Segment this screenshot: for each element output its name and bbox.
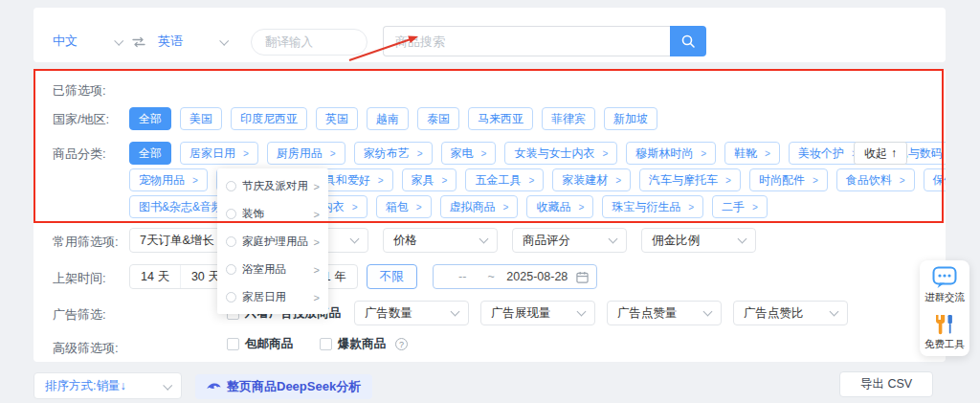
category-chip[interactable]: 鞋靴 bbox=[724, 142, 780, 165]
category-chip[interactable]: 珠宝与衍生品 bbox=[602, 195, 703, 218]
category-chip[interactable]: 女装与女士内衣 bbox=[504, 142, 617, 165]
collapse-label: 收起 bbox=[864, 146, 887, 162]
submenu-item[interactable]: 节庆及派对用品 > bbox=[217, 172, 328, 200]
category-chip[interactable]: 箱包 bbox=[376, 195, 432, 218]
filter-select[interactable]: 佣金比例 bbox=[641, 228, 756, 253]
radio-icon[interactable] bbox=[226, 181, 236, 191]
chat-bubble-icon bbox=[932, 266, 957, 289]
category-chip-row-1: 全部 居家日用厨房用品家纺布艺家电女装与女士内衣穆斯林时尚鞋靴美妆个护手机与数码… bbox=[129, 142, 932, 165]
country-chip[interactable]: 英国 bbox=[316, 107, 358, 130]
source-language-value: 中文 bbox=[53, 33, 78, 50]
join-group-chat-button[interactable]: 进群交流 bbox=[924, 266, 965, 304]
ads-metric-select[interactable]: 广告数量 bbox=[354, 301, 469, 325]
export-csv-button[interactable]: 导出 CSV bbox=[839, 371, 933, 397]
collapse-categories-button[interactable]: 收起 ↑ bbox=[854, 142, 907, 165]
chat-label: 进群交流 bbox=[924, 291, 965, 304]
filter-panel: 已筛选项: 国家/地区: 全部 美国印度尼西亚英国越南泰国马来西亚菲律宾新加坡 … bbox=[33, 69, 946, 362]
chevron-down-icon bbox=[163, 380, 172, 390]
category-chip[interactable]: 虚拟商品 bbox=[440, 195, 519, 218]
calendar-icon bbox=[576, 271, 589, 283]
country-chip-all[interactable]: 全部 bbox=[129, 107, 171, 130]
source-language-select[interactable]: 中文 bbox=[53, 27, 122, 56]
category-chip[interactable]: 保健 bbox=[924, 168, 946, 191]
free-tools-button[interactable]: 免费工具 bbox=[924, 313, 965, 351]
ads-metric-select[interactable]: 广告点赞比 bbox=[733, 301, 848, 325]
submenu-item[interactable]: 家居收纳 > bbox=[217, 311, 328, 314]
question-circle-icon[interactable]: ? bbox=[395, 338, 408, 350]
deepseek-button-label: 整页商品DeepSeek分析 bbox=[227, 378, 361, 395]
country-chip[interactable]: 新加坡 bbox=[604, 107, 657, 130]
date-end-value: 2025-08-28 bbox=[499, 270, 576, 283]
chevron-down-icon bbox=[577, 306, 587, 316]
chevron-right-icon: > bbox=[314, 264, 320, 276]
search-button[interactable] bbox=[670, 26, 706, 56]
date-range-picker[interactable]: -- ~ 2025-08-28 bbox=[433, 264, 597, 289]
selected-filters-label: 已筛选项: bbox=[53, 82, 106, 100]
chevron-down-icon bbox=[738, 234, 747, 243]
free-shipping-checkbox-group[interactable]: 包邮商品 bbox=[227, 336, 293, 352]
submenu-item[interactable]: 家庭护理用品 > bbox=[217, 228, 328, 256]
submenu-item[interactable]: 浴室用品 > bbox=[217, 256, 328, 283]
time-unlimited-button[interactable]: 不限 bbox=[367, 264, 417, 289]
chevron-down-icon bbox=[479, 234, 489, 243]
country-chip[interactable]: 越南 bbox=[367, 107, 409, 130]
category-chip[interactable]: 家具 bbox=[402, 168, 457, 191]
category-chip[interactable]: 居家日用 bbox=[180, 142, 258, 165]
time-segment[interactable]: 14 天 bbox=[130, 265, 180, 288]
category-chip[interactable]: 二手 bbox=[712, 195, 768, 218]
chevron-down-icon bbox=[830, 306, 839, 316]
category-chip[interactable]: 收藏品 bbox=[526, 195, 593, 218]
advanced-filters-label: 高级筛选项: bbox=[53, 340, 119, 357]
country-label: 国家/地区: bbox=[53, 111, 109, 128]
category-chip[interactable]: 宠物用品 bbox=[129, 168, 208, 191]
radio-icon[interactable] bbox=[226, 264, 236, 275]
radio-icon[interactable] bbox=[226, 236, 236, 247]
product-search-input[interactable] bbox=[383, 26, 670, 56]
target-language-select[interactable]: 英语 bbox=[158, 27, 227, 56]
translate-input[interactable] bbox=[251, 29, 368, 56]
hot-products-checkbox-group[interactable]: 爆款商品 ? bbox=[320, 336, 408, 352]
category-chip-all[interactable]: 全部 bbox=[129, 142, 171, 165]
deepseek-analysis-button[interactable]: 整页商品DeepSeek分析 bbox=[195, 374, 372, 399]
common-filters-label: 常用筛选项: bbox=[53, 234, 119, 251]
country-chip[interactable]: 菲律宾 bbox=[542, 107, 595, 130]
country-chip[interactable]: 泰国 bbox=[417, 107, 459, 130]
country-chip-row: 全部 美国印度尼西亚英国越南泰国马来西亚菲律宾新加坡 bbox=[129, 107, 932, 130]
radio-icon[interactable] bbox=[226, 209, 236, 219]
swap-languages-icon[interactable] bbox=[131, 34, 146, 52]
checkbox[interactable] bbox=[227, 338, 239, 350]
chevron-down-icon bbox=[451, 306, 460, 316]
category-chip[interactable]: 家电 bbox=[441, 142, 497, 165]
country-chip[interactable]: 马来西亚 bbox=[468, 107, 533, 130]
category-chip[interactable]: 家纺布艺 bbox=[354, 142, 433, 165]
country-chip[interactable]: 印度尼西亚 bbox=[231, 107, 307, 130]
free-shipping-label: 包邮商品 bbox=[245, 336, 293, 352]
category-submenu: 节庆及派对用品 > 装饰 > 家庭护理用品 > 浴室用品 > 家居日用 > 家居 bbox=[217, 168, 328, 314]
tools-label: 免费工具 bbox=[924, 338, 965, 351]
category-chip[interactable]: 厨房用品 bbox=[267, 142, 345, 165]
filter-select[interactable]: 价格 bbox=[383, 228, 498, 253]
category-chip[interactable]: 五金工具 bbox=[465, 168, 544, 191]
ads-metric-select[interactable]: 广告点赞量 bbox=[607, 301, 722, 325]
category-chip[interactable]: 穆斯林时尚 bbox=[626, 142, 716, 165]
chevron-down-icon bbox=[703, 306, 713, 316]
country-chip[interactable]: 美国 bbox=[180, 107, 222, 130]
submenu-item[interactable]: 装饰 > bbox=[217, 200, 328, 228]
category-chip[interactable]: 时尚配件 bbox=[749, 168, 828, 191]
advanced-filters-row: 包邮商品 爆款商品 ? bbox=[129, 336, 932, 352]
radio-icon[interactable] bbox=[226, 292, 236, 302]
category-chip[interactable]: 家装建材 bbox=[552, 168, 631, 191]
wrench-screwdriver-icon bbox=[933, 313, 956, 336]
date-start-value: -- bbox=[441, 270, 484, 283]
date-separator: ~ bbox=[484, 270, 499, 283]
filter-select[interactable]: 商品评分 bbox=[512, 228, 627, 253]
chevron-down-icon bbox=[114, 35, 123, 45]
sort-select[interactable]: 排序方式:销量↓ bbox=[33, 372, 182, 399]
submenu-item[interactable]: 家居日用 > bbox=[217, 283, 328, 311]
hot-products-label: 爆款商品 bbox=[338, 336, 386, 352]
category-chip[interactable]: 食品饮料 bbox=[836, 168, 915, 191]
checkbox[interactable] bbox=[320, 338, 332, 350]
ads-metric-select[interactable]: 广告展现量 bbox=[480, 301, 595, 325]
category-chip[interactable]: 汽车与摩托车 bbox=[639, 168, 741, 191]
chevron-right-icon: > bbox=[314, 236, 320, 248]
